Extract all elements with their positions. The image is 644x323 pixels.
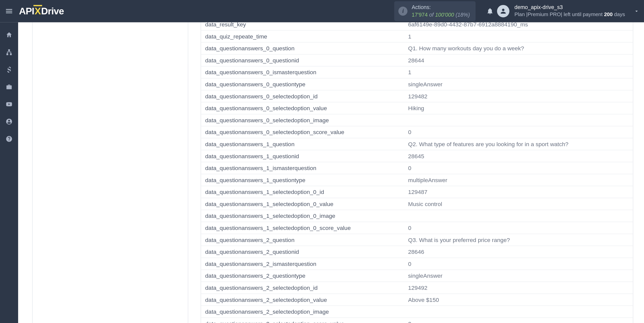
field-value: 129487 bbox=[404, 186, 633, 198]
table-row: data_questionanswers_1_questionQ2. What … bbox=[201, 138, 633, 150]
dollar-icon bbox=[5, 66, 13, 73]
table-row: data_questionanswers_0_questiontypesingl… bbox=[201, 78, 633, 90]
actions-percent: (18%) bbox=[456, 12, 470, 18]
table-row: data_questionanswers_0_selectedoption_sc… bbox=[201, 126, 633, 138]
field-key: data_questionanswers_0_ismasterquestion bbox=[201, 66, 404, 78]
sidebar-item-home[interactable] bbox=[0, 26, 18, 43]
field-key: data_questionanswers_2_questiontype bbox=[201, 270, 404, 282]
info-icon: i bbox=[398, 7, 408, 16]
table-row: data_questionanswers_1_selectedoption_0_… bbox=[201, 222, 633, 234]
table-row: data_quiz_repeate_time1 bbox=[201, 30, 633, 43]
user-menu[interactable]: demo_apix-drive_s3 Plan |Premium PRO| le… bbox=[497, 4, 625, 19]
table-row: data_questionanswers_1_questiontypemulti… bbox=[201, 174, 633, 186]
plan-line: Plan |Premium PRO| left until payment 20… bbox=[514, 11, 625, 19]
field-key: data_questionanswers_1_ismasterquestion bbox=[201, 162, 404, 174]
sidebar-item-connections[interactable] bbox=[0, 44, 18, 60]
help-icon bbox=[5, 135, 13, 142]
username: demo_apix-drive_s3 bbox=[514, 4, 625, 11]
field-value: 0 bbox=[404, 258, 633, 270]
field-key: data_questionanswers_0_question bbox=[201, 42, 404, 54]
svg-rect-1 bbox=[7, 54, 8, 55]
field-value bbox=[404, 210, 633, 222]
chevron-down-icon bbox=[634, 8, 639, 14]
field-value: singleAnswer bbox=[404, 78, 633, 90]
table-row: data_questionanswers_1_selectedoption_0_… bbox=[201, 186, 633, 198]
field-key: data_questionanswers_0_selectedoption_va… bbox=[201, 102, 404, 114]
sidebar-item-account[interactable] bbox=[0, 113, 18, 130]
actions-counter[interactable]: i Actions: 17'974 of 100'000 (18%) bbox=[394, 2, 476, 21]
field-value: 28646 bbox=[404, 246, 633, 258]
field-value: 0 bbox=[404, 126, 633, 138]
user-info: demo_apix-drive_s3 Plan |Premium PRO| le… bbox=[514, 4, 625, 19]
field-value: Hiking bbox=[404, 102, 633, 114]
field-value: 129492 bbox=[404, 282, 633, 294]
field-key: data_questionanswers_1_questiontype bbox=[201, 174, 404, 186]
field-value: Q1. How many workouts day you do a week? bbox=[404, 42, 633, 54]
field-key: data_questionanswers_2_questionid bbox=[201, 246, 404, 258]
field-value bbox=[404, 306, 633, 318]
field-key: data_questionanswers_1_selectedoption_0_… bbox=[201, 210, 404, 222]
actions-values: 17'974 of 100'000 (18%) bbox=[412, 11, 470, 18]
table-row: data_questionanswers_0_questionid28644 bbox=[201, 54, 633, 66]
table-row: data_questionanswers_1_selectedoption_0_… bbox=[201, 210, 633, 222]
field-key: data_questionanswers_2_selectedoption_sc… bbox=[201, 318, 404, 323]
sidebar-item-tools[interactable] bbox=[0, 78, 18, 95]
menu-toggle[interactable] bbox=[0, 7, 18, 15]
topbar: APIXDrive i Actions: 17'974 of 100'000 (… bbox=[0, 0, 644, 22]
field-key: data_questionanswers_1_selectedoption_0_… bbox=[201, 198, 404, 210]
youtube-icon bbox=[5, 101, 13, 108]
svg-rect-2 bbox=[10, 54, 12, 55]
field-value: Music control bbox=[404, 198, 633, 210]
field-key: data_questionanswers_0_selectedoption_sc… bbox=[201, 126, 404, 138]
table-row: data_result_key6af6149e-89d0-4432-87b7-6… bbox=[201, 22, 633, 30]
actions-text: Actions: 17'974 of 100'000 (18%) bbox=[412, 4, 470, 19]
data-table: data_result_key6af6149e-89d0-4432-87b7-6… bbox=[201, 22, 633, 323]
table-row: data_questionanswers_1_selectedoption_0_… bbox=[201, 198, 633, 210]
field-value: 0 bbox=[404, 222, 633, 234]
field-key: data_questionanswers_2_ismasterquestion bbox=[201, 258, 404, 270]
field-value: 129482 bbox=[404, 90, 633, 102]
table-row: data_questionanswers_0_selectedoption_id… bbox=[201, 90, 633, 102]
field-value: Q3. What is your preferred price range? bbox=[404, 234, 633, 246]
table-row: data_questionanswers_2_questionid28646 bbox=[201, 246, 633, 258]
bell-icon bbox=[487, 8, 494, 15]
field-key: data_questionanswers_2_selectedoption_va… bbox=[201, 294, 404, 306]
brand-logo[interactable]: APIXDrive bbox=[19, 6, 64, 17]
brand-x: X bbox=[34, 6, 41, 17]
field-value: 0 bbox=[404, 162, 633, 174]
table-row: data_questionanswers_0_selectedoption_va… bbox=[201, 102, 633, 114]
table-row: data_questionanswers_2_selectedoption_id… bbox=[201, 282, 633, 294]
field-value: 1 bbox=[404, 66, 633, 78]
field-value: Q2. What type of features are you lookin… bbox=[404, 138, 633, 150]
table-row: data_questionanswers_2_ismasterquestion0 bbox=[201, 258, 633, 270]
table-row: data_questionanswers_2_selectedoption_sc… bbox=[201, 318, 633, 323]
brand-part2: Drive bbox=[41, 6, 64, 17]
table-row: data_questionanswers_1_questionid28645 bbox=[201, 150, 633, 162]
field-value: 28644 bbox=[404, 54, 633, 66]
user-circle-icon bbox=[5, 118, 13, 125]
actions-current: 17'974 bbox=[412, 12, 428, 18]
sidebar-item-video[interactable] bbox=[0, 96, 18, 112]
table-row: data_questionanswers_2_selectedoption_im… bbox=[201, 306, 633, 318]
field-value: 0 bbox=[404, 318, 633, 323]
table-row: data_questionanswers_0_selectedoption_im… bbox=[201, 114, 633, 126]
field-key: data_questionanswers_2_question bbox=[201, 234, 404, 246]
table-row: data_questionanswers_2_selectedoption_va… bbox=[201, 294, 633, 306]
field-key: data_quiz_repeate_time bbox=[201, 30, 404, 43]
svg-rect-0 bbox=[9, 49, 10, 51]
table-row: data_questionanswers_0_ismasterquestion1 bbox=[201, 66, 633, 78]
table-row: data_questionanswers_2_questiontypesingl… bbox=[201, 270, 633, 282]
briefcase-icon bbox=[5, 83, 13, 90]
notifications-button[interactable] bbox=[483, 8, 497, 15]
sidebar-item-billing[interactable] bbox=[0, 61, 18, 78]
avatar bbox=[497, 5, 509, 17]
table-row: data_questionanswers_0_questionQ1. How m… bbox=[201, 42, 633, 54]
field-key: data_questionanswers_0_questionid bbox=[201, 54, 404, 66]
home-icon bbox=[5, 31, 13, 38]
sidebar-item-help[interactable] bbox=[0, 131, 18, 147]
field-key: data_questionanswers_1_selectedoption_0_… bbox=[201, 186, 404, 198]
user-menu-caret[interactable] bbox=[629, 8, 644, 14]
field-key: data_questionanswers_1_selectedoption_0_… bbox=[201, 222, 404, 234]
data-panel: data_result_key6af6149e-89d0-4432-87b7-6… bbox=[201, 22, 633, 323]
field-value: singleAnswer bbox=[404, 270, 633, 282]
